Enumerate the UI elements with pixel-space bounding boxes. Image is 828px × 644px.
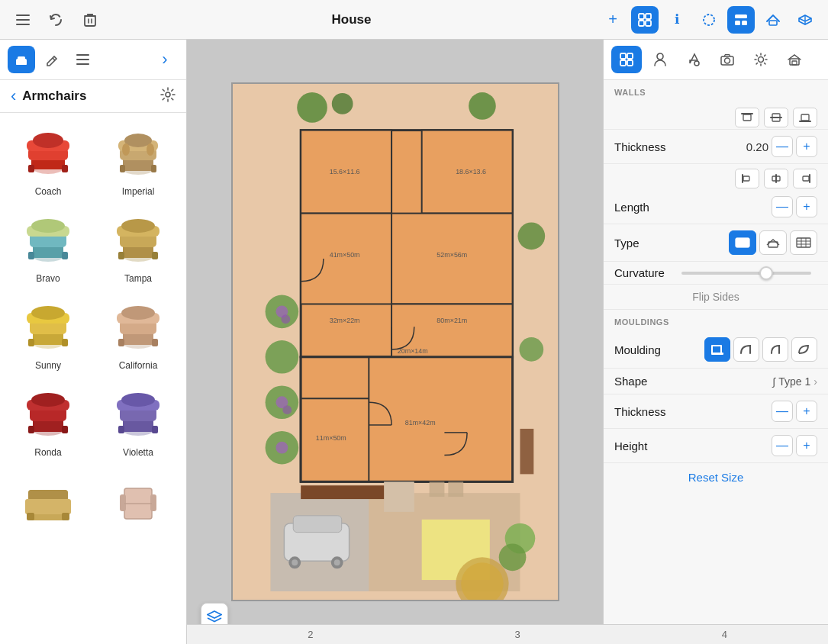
furniture-img-ronda xyxy=(14,383,82,444)
thickness-minus-btn[interactable]: — xyxy=(772,136,793,157)
length-right-btn[interactable] xyxy=(793,169,817,188)
svg-point-119 xyxy=(292,559,298,565)
info-button[interactable]: ℹ xyxy=(663,6,691,34)
svg-rect-178 xyxy=(711,353,723,355)
svg-point-8 xyxy=(704,14,714,25)
menu-button[interactable] xyxy=(9,6,37,34)
svg-rect-145 xyxy=(620,53,626,59)
thickness2-row: Thickness — + xyxy=(604,394,828,429)
undo-button[interactable] xyxy=(43,6,70,34)
select-button[interactable] xyxy=(695,6,723,34)
svg-rect-14 xyxy=(18,56,25,60)
list-item[interactable]: Coach xyxy=(3,116,93,203)
svg-rect-147 xyxy=(620,60,626,66)
list-item[interactable]: Imperial xyxy=(93,116,183,203)
svg-text:52m×56m: 52m×56m xyxy=(437,251,467,259)
wall-type-house-btn[interactable] xyxy=(759,230,787,255)
furniture-img-california xyxy=(104,296,172,357)
align-top-btn[interactable] xyxy=(735,108,759,127)
roof-button[interactable] xyxy=(759,6,787,34)
list-item[interactable]: Ronda xyxy=(3,377,93,464)
svg-rect-4 xyxy=(639,14,644,19)
curvature-slider-thumb[interactable] xyxy=(759,266,773,280)
thickness2-minus-btn[interactable]: — xyxy=(772,401,793,422)
right-tab-paint[interactable] xyxy=(678,46,709,73)
3d-button[interactable] xyxy=(791,6,819,34)
moulding-type3-btn[interactable] xyxy=(762,337,788,362)
svg-rect-5 xyxy=(646,14,651,19)
moulding-type1-btn[interactable] xyxy=(704,337,730,362)
height-minus-btn[interactable]: — xyxy=(772,435,793,456)
svg-point-127 xyxy=(265,340,298,374)
list-item[interactable] xyxy=(93,464,183,540)
sidebar-tab-edit[interactable] xyxy=(38,46,66,73)
svg-point-153 xyxy=(759,57,764,63)
footer-num-4: 4 xyxy=(722,629,727,640)
svg-rect-6 xyxy=(639,21,644,26)
svg-rect-11 xyxy=(742,21,747,25)
shape-value-row[interactable]: ∫ Type 1 › xyxy=(772,375,817,388)
sidebar-tab-list[interactable] xyxy=(69,46,96,73)
length-center-h-btn[interactable] xyxy=(764,169,788,188)
flip-sides-button[interactable]: Flip Sides xyxy=(692,291,739,303)
svg-point-140 xyxy=(275,442,288,454)
svg-rect-82 xyxy=(27,513,34,520)
list-item[interactable]: Bravo xyxy=(3,203,93,290)
curvature-slider[interactable] xyxy=(681,272,811,275)
svg-rect-157 xyxy=(743,114,751,121)
furniture-img-tampa xyxy=(104,209,172,270)
back-button[interactable]: ‹ xyxy=(11,86,16,106)
svg-rect-86 xyxy=(150,494,156,511)
align-bottom-btn[interactable] xyxy=(793,108,817,127)
list-item[interactable]: California xyxy=(93,290,183,377)
right-tab-person[interactable] xyxy=(645,46,675,73)
svg-rect-70 xyxy=(28,426,34,433)
curvature-row: Curvature xyxy=(604,262,828,285)
floor-plan[interactable]: 15.6×11.6 18.6×13.6 41m×50m 52m×56m 32m×… xyxy=(231,82,559,601)
furniture-label-tampa: Tampa xyxy=(124,273,152,284)
align-center-btn[interactable] xyxy=(764,108,788,127)
right-tab-camera[interactable] xyxy=(712,46,743,73)
moulding-type4-btn[interactable] xyxy=(791,337,817,362)
add-button[interactable]: + xyxy=(599,6,627,34)
canvas-area[interactable]: 15.6×11.6 18.6×13.6 41m×50m 52m×56m 32m×… xyxy=(187,40,603,644)
thickness2-plus-btn[interactable]: + xyxy=(796,401,817,422)
right-tab-house[interactable] xyxy=(779,46,810,73)
svg-point-120 xyxy=(333,559,340,565)
svg-point-150 xyxy=(694,61,699,66)
furniture-img-sunny xyxy=(14,296,82,357)
right-tab-sun[interactable] xyxy=(746,46,776,73)
furniture-img-violetta xyxy=(104,383,172,444)
sidebar-tab-more[interactable]: › xyxy=(151,46,179,73)
length-label: Length xyxy=(614,201,772,214)
svg-rect-10 xyxy=(735,21,740,25)
reset-size-button[interactable]: Reset Size xyxy=(604,463,828,491)
length-left-btn[interactable] xyxy=(735,169,759,188)
wall-type-solid-btn[interactable] xyxy=(729,230,756,255)
list-item[interactable]: Tampa xyxy=(93,203,183,290)
delete-button[interactable] xyxy=(76,6,104,34)
svg-point-41 xyxy=(31,219,65,233)
sidebar-settings-button[interactable] xyxy=(160,87,176,106)
footer-num-2: 2 xyxy=(308,629,313,640)
list-item[interactable]: Violetta xyxy=(93,377,183,464)
length-minus-btn[interactable]: — xyxy=(772,196,793,217)
height-plus-btn[interactable]: + xyxy=(796,435,817,456)
list-item[interactable] xyxy=(3,464,93,540)
list-item[interactable]: Sunny xyxy=(3,290,93,377)
svg-rect-7 xyxy=(646,21,651,26)
length-row: Length — + xyxy=(604,190,828,224)
sidebar-tab-furniture[interactable] xyxy=(8,46,35,73)
layout-button[interactable] xyxy=(727,6,755,34)
length-plus-btn[interactable]: + xyxy=(796,196,817,217)
right-tab-walls[interactable] xyxy=(611,46,642,73)
svg-point-36 xyxy=(147,143,154,156)
library-button[interactable] xyxy=(631,6,659,34)
thickness-row: Thickness 0.20 — + xyxy=(604,130,828,164)
thickness-plus-btn[interactable]: + xyxy=(796,136,817,157)
svg-point-130 xyxy=(517,222,545,250)
svg-rect-143 xyxy=(429,481,444,497)
moulding-type2-btn[interactable] xyxy=(733,337,759,362)
svg-rect-144 xyxy=(448,481,463,497)
wall-type-grid-btn[interactable] xyxy=(790,230,817,255)
